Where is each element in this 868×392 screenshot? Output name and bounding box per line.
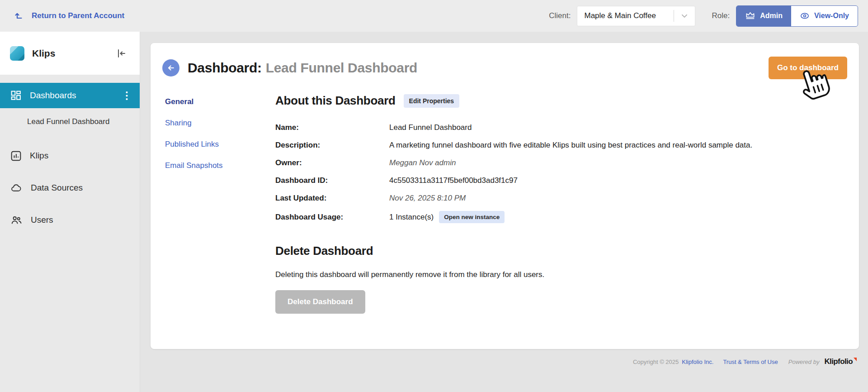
role-toggle: Admin View-Only: [736, 5, 858, 27]
return-up-icon: [14, 10, 24, 21]
settings-nav-published-links[interactable]: Published Links: [165, 140, 275, 149]
settings-nav: General Sharing Published Links Email Sn…: [165, 94, 275, 314]
field-value: 4c5503311a3117f5bef00bd3ad3f1c97: [389, 176, 518, 186]
open-new-instance-button[interactable]: Open new instance: [439, 211, 505, 223]
field-value: Nov 26, 2025 8:10 PM: [389, 193, 466, 203]
client-label: Client:: [549, 11, 571, 20]
cloud-icon: [11, 183, 22, 193]
role-admin-button[interactable]: Admin: [736, 6, 791, 26]
return-to-parent-link[interactable]: Return to Parent Account: [14, 10, 124, 21]
sidebar-item-label: Klips: [30, 151, 48, 161]
client-select-controls: [674, 6, 695, 26]
copyright-text: Copyright © 2025: [633, 359, 679, 365]
settings-nav-general[interactable]: General: [165, 97, 275, 106]
app-layout: Klips Dashboards: [0, 32, 868, 392]
eye-icon: [800, 11, 810, 20]
bar-chart-icon: [11, 151, 21, 161]
sidebar-nav: Dashboards Lead Funnel Dashboard: [0, 75, 140, 233]
go-to-dashboard-button[interactable]: Go to dashboard: [769, 57, 847, 79]
sidebar-collapse-icon[interactable]: [114, 46, 129, 61]
field-label: Description:: [275, 140, 389, 150]
sidebar-subitem-label: Lead Funnel Dashboard: [27, 117, 109, 126]
client-select[interactable]: Maple & Main Coffee: [577, 6, 695, 26]
sidebar-item-data-sources[interactable]: Data Sources: [0, 175, 140, 201]
klipfolio-logo: Klipfolio: [824, 357, 856, 366]
field-value: Lead Funnel Dashboard: [389, 123, 472, 133]
dashboards-grid-icon: [11, 91, 21, 101]
brand-name: Klips: [32, 48, 107, 59]
page-title-prefix: Dashboard:: [188, 60, 262, 75]
return-link-label: Return to Parent Account: [32, 11, 124, 20]
sidebar-item-klips[interactable]: Klips: [0, 143, 140, 168]
field-label: Dashboard Usage:: [275, 212, 389, 222]
delete-dashboard-button[interactable]: Delete Dashboard: [275, 290, 365, 314]
back-button[interactable]: [162, 59, 179, 76]
sidebar: Klips Dashboards: [0, 32, 140, 392]
edit-properties-button[interactable]: Edit Properties: [404, 94, 460, 108]
field-label: Name:: [275, 123, 389, 133]
sidebar-item-label: Data Sources: [31, 183, 83, 193]
field-row-name: Name: Lead Funnel Dashboard: [275, 123, 847, 133]
chevron-down-icon[interactable]: [674, 11, 695, 20]
field-value: Meggan Nov admin: [389, 158, 456, 168]
company-link[interactable]: Klipfolio Inc.: [682, 359, 713, 365]
card-body: General Sharing Published Links Email Sn…: [151, 90, 859, 314]
dashboards-menu-icon[interactable]: [124, 89, 130, 102]
card-header: Dashboard:Lead Funnel Dashboard Go to da…: [151, 43, 859, 90]
topbar: Return to Parent Account Client: Maple &…: [0, 0, 868, 32]
settings-nav-sharing[interactable]: Sharing: [165, 119, 275, 128]
usage-count: 1 Instance(s): [389, 212, 434, 222]
settings-nav-email-snapshots[interactable]: Email Snapshots: [165, 161, 275, 170]
page-title-name: Lead Funnel Dashboard: [266, 60, 417, 75]
users-icon: [11, 215, 22, 225]
delete-warning-text: Deleting this dashboard will permanently…: [275, 270, 847, 279]
field-label: Dashboard ID:: [275, 176, 389, 186]
field-label: Last Updated:: [275, 193, 389, 203]
crown-icon: [745, 11, 755, 21]
field-row-dashboard-usage: Dashboard Usage: 1 Instance(s) Open new …: [275, 211, 847, 223]
field-row-owner: Owner: Meggan Nov admin: [275, 158, 847, 168]
role-label: Role:: [712, 11, 730, 20]
delete-heading: Delete Dashboard: [275, 244, 847, 258]
role-admin-label: Admin: [760, 12, 783, 20]
dashboard-settings-card: Dashboard:Lead Funnel Dashboard Go to da…: [151, 43, 859, 349]
sidebar-item-lead-funnel-dashboard[interactable]: Lead Funnel Dashboard: [0, 108, 140, 136]
field-row-dashboard-id: Dashboard ID: 4c5503311a3117f5bef00bd3ad…: [275, 176, 847, 186]
klips-logo-icon: [10, 46, 24, 61]
field-row-description: Description: A marketing funnel dashboar…: [275, 140, 847, 150]
client-selected-value: Maple & Main Coffee: [584, 11, 656, 20]
terms-link[interactable]: Trust & Terms of Use: [723, 359, 778, 365]
role-viewonly-label: View-Only: [814, 12, 849, 20]
footer: Copyright © 2025 Klipfolio Inc. Trust & …: [151, 349, 859, 366]
main-area: Dashboard:Lead Funnel Dashboard Go to da…: [140, 32, 868, 392]
sidebar-brand: Klips: [0, 32, 140, 75]
arrow-left-icon: [166, 63, 175, 72]
settings-content: About this Dashboard Edit Properties Nam…: [275, 94, 847, 314]
field-label: Owner:: [275, 158, 389, 168]
field-value: A marketing funnel dashboard with five e…: [389, 140, 752, 150]
about-heading: About this Dashboard: [275, 94, 396, 108]
role-viewonly-button[interactable]: View-Only: [791, 6, 858, 26]
sidebar-item-dashboards[interactable]: Dashboards: [0, 83, 140, 108]
sidebar-item-label: Dashboards: [30, 91, 76, 100]
sidebar-item-users[interactable]: Users: [0, 207, 140, 233]
field-value-usage: 1 Instance(s) Open new instance: [389, 211, 505, 223]
powered-by-text: Powered by: [788, 359, 820, 365]
field-row-last-updated: Last Updated: Nov 26, 2025 8:10 PM: [275, 193, 847, 203]
topbar-right: Client: Maple & Main Coffee Role:: [549, 5, 858, 27]
page-title: Dashboard:Lead Funnel Dashboard: [188, 60, 417, 76]
about-section-head: About this Dashboard Edit Properties: [275, 94, 847, 108]
sidebar-item-label: Users: [31, 215, 53, 225]
